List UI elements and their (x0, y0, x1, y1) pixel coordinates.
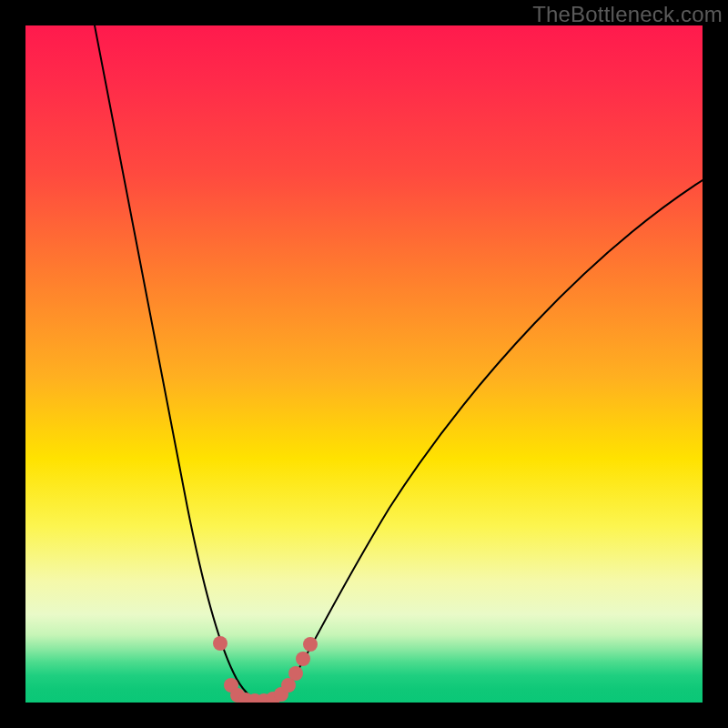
curve-right-branch (260, 180, 703, 701)
curve-left-branch (95, 25, 260, 701)
marker-dot (213, 636, 228, 651)
marker-dot (296, 652, 310, 666)
marker-dot (288, 666, 303, 681)
watermark-text: TheBottleneck.com (532, 2, 723, 27)
chart-plot-area (25, 25, 703, 703)
chart-svg (25, 25, 703, 703)
trough-markers (213, 636, 318, 703)
marker-dot (303, 637, 318, 652)
